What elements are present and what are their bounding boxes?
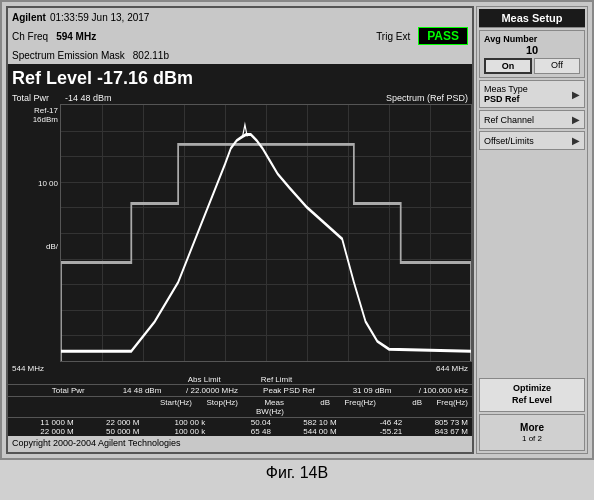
- table-sh-col6: Meas BW(Hz): [242, 398, 284, 416]
- y-ref-label: Ref-17 16dBm: [10, 106, 58, 124]
- abs-limit-label: Abs Limit: [188, 375, 221, 384]
- table-h-col6: / 100.000 kHz: [395, 386, 468, 395]
- ch-freq-value: 594 MHz: [56, 31, 96, 42]
- table-sh-col2: [58, 398, 100, 416]
- figure-label: Фиг. 14В: [266, 464, 328, 482]
- more-label: More: [484, 421, 580, 434]
- title-bar-left: Agilent 01:33:59 Jun 13, 2017: [12, 12, 149, 23]
- row2-col3: 100 00 k: [143, 427, 205, 436]
- sidebar: Meas Setup Avg Number 10 On Off Meas Typ…: [476, 6, 588, 454]
- total-pwr-value: -14 48 dBm: [65, 93, 112, 103]
- row2-col1: 22 000 M: [12, 427, 74, 436]
- table-h-col4: Peak PSD Ref: [242, 386, 315, 395]
- ref-level-bar: Ref Level -17.16 dBm: [8, 64, 472, 92]
- y-unit: dB/: [10, 242, 58, 251]
- y-scale-label: 10 00: [10, 179, 58, 188]
- row1-col2: 22 000 M: [78, 418, 140, 427]
- title-bar: Agilent 01:33:59 Jun 13, 2017: [8, 8, 472, 26]
- data-table: Total Pwr 14 48 dBm / 22.0000 MHz Peak P…: [8, 384, 472, 436]
- table-header-row: Total Pwr 14 48 dBm / 22.0000 MHz Peak P…: [8, 385, 472, 397]
- chart-x-labels: 544 MHz 644 MHz: [8, 362, 472, 375]
- x-right-label: 644 MHz: [436, 364, 468, 373]
- on-button[interactable]: On: [484, 58, 532, 74]
- sidebar-title: Meas Setup: [479, 9, 585, 28]
- table-h-col3: / 22.0000 MHz: [165, 386, 238, 395]
- spectrum-ref-label: Spectrum (Ref PSD): [386, 93, 468, 103]
- ref-channel-label: Ref Channel: [484, 115, 534, 125]
- meas-type-label: Meas Type: [484, 84, 528, 94]
- sidebar-spacer: [479, 152, 585, 376]
- row2-col4: 65 48: [209, 427, 271, 436]
- row2-col6: -55.21: [341, 427, 403, 436]
- table-row-1: 11 000 M 22 000 M 100 00 k 50.04 582 10 …: [8, 418, 472, 427]
- table-sh-col4: Start(Hz): [150, 398, 192, 416]
- offset-limits-item[interactable]: Offset/Limits ▶: [479, 131, 585, 150]
- table-sh-col9: dB: [380, 398, 422, 416]
- chart-svg: [61, 105, 471, 361]
- row1-col6: -46 42: [341, 418, 403, 427]
- ch-freq-label: Ch Freq: [12, 31, 48, 42]
- copyright-text: Copyright 2000-2004 Agilent Technologies: [12, 438, 180, 448]
- chart-y-area: Ref-17 16dBm 10 00 dB/: [8, 104, 472, 362]
- row1-col7: 805 73 M: [406, 418, 468, 427]
- page-label: 1 of 2: [484, 434, 580, 444]
- table-row-2: 22 000 M 50 000 M 100 00 k 65 48 544 00 …: [8, 427, 472, 436]
- table-h-col2: 14 48 dBm: [89, 386, 162, 395]
- row1-col4: 50.04: [209, 418, 271, 427]
- meas-type-value: PSD Ref: [484, 94, 528, 104]
- chart-container: Total Pwr -14 48 dBm Spectrum (Ref PSD) …: [8, 92, 472, 384]
- table-sh-col8: Freq(Hz): [334, 398, 376, 416]
- pass-badge: PASS: [418, 27, 468, 45]
- ref-channel-arrow-icon: ▶: [572, 114, 580, 125]
- on-off-row: On Off: [484, 58, 580, 74]
- offset-limits-arrow-icon: ▶: [572, 135, 580, 146]
- spectrum-label: Spectrum Emission Mask: [12, 50, 125, 61]
- trig-ext: Trig Ext: [376, 31, 410, 42]
- table-sub-header-row: Start(Hz) Stop(Hz) Meas BW(Hz) dB Freq(H…: [8, 397, 472, 418]
- table-sh-col5: Stop(Hz): [196, 398, 238, 416]
- table-sh-col3: [104, 398, 146, 416]
- meas-type-arrow-icon: ▶: [572, 89, 580, 100]
- avg-number-label: Avg Number: [484, 34, 580, 44]
- optimize-label: OptimizeRef Level: [512, 383, 552, 405]
- instrument-frame: Agilent 01:33:59 Jun 13, 2017 Ch Freq 59…: [0, 0, 594, 460]
- more-button[interactable]: More 1 of 2: [479, 414, 585, 451]
- row2-col2: 50 000 M: [78, 427, 140, 436]
- table-sh-col1: [12, 398, 54, 416]
- spectrum-bar: Spectrum Emission Mask 802.11b: [8, 46, 472, 64]
- datetime: 01:33:59 Jun 13, 2017: [50, 12, 150, 23]
- row2-col7: 843 67 M: [406, 427, 468, 436]
- row1-col3: 100 00 k: [143, 418, 205, 427]
- y-axis: Ref-17 16dBm 10 00 dB/: [8, 104, 60, 362]
- ref-limit-label: Ref Limit: [261, 375, 293, 384]
- optimize-ref-level-button[interactable]: OptimizeRef Level: [479, 378, 585, 411]
- table-h-col1: Total Pwr: [12, 386, 85, 395]
- avg-number-value: 10: [484, 44, 580, 56]
- row1-col5: 582 10 M: [275, 418, 337, 427]
- offset-limits-label: Offset/Limits: [484, 136, 534, 146]
- row1-col1: 11 000 M: [12, 418, 74, 427]
- table-h-col5: 31 09 dBm: [319, 386, 392, 395]
- outer-container: Agilent 01:33:59 Jun 13, 2017 Ch Freq 59…: [0, 0, 594, 500]
- abs-ref-labels: Abs Limit Ref Limit: [8, 375, 472, 384]
- meas-type-item[interactable]: Meas Type PSD Ref ▶: [479, 80, 585, 108]
- chart-plot: [60, 104, 472, 362]
- table-sh-col10: Freq(Hz): [426, 398, 468, 416]
- chart-info-row: Total Pwr -14 48 dBm Spectrum (Ref PSD): [8, 92, 472, 104]
- main-display: Agilent 01:33:59 Jun 13, 2017 Ch Freq 59…: [6, 6, 474, 454]
- ref-channel-item[interactable]: Ref Channel ▶: [479, 110, 585, 129]
- x-left-label: 544 MHz: [12, 364, 44, 373]
- standard-label: 802.11b: [133, 50, 169, 61]
- ch-freq-bar: Ch Freq 594 MHz Trig Ext PASS: [8, 26, 472, 46]
- agilent-logo: Agilent: [12, 12, 46, 23]
- row2-col5: 544 00 M: [275, 427, 337, 436]
- table-sh-col7: dB: [288, 398, 330, 416]
- off-button[interactable]: Off: [534, 58, 580, 74]
- total-pwr-label: Total Pwr: [12, 93, 49, 103]
- avg-number-section: Avg Number 10 On Off: [479, 30, 585, 78]
- ref-level-text: Ref Level -17.16 dBm: [12, 68, 193, 89]
- copyright-bar: Copyright 2000-2004 Agilent Technologies: [8, 436, 472, 452]
